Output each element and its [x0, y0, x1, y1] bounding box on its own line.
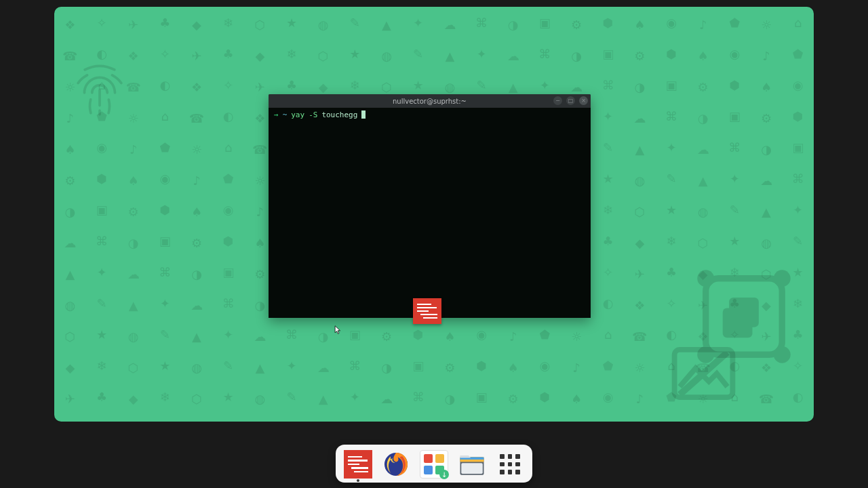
- software-store-icon: ↓: [420, 450, 448, 479]
- terminal-cursor: [361, 110, 366, 119]
- mouse-cursor-icon: [334, 325, 341, 335]
- no-image-accent-icon: [671, 347, 736, 400]
- terminal-titlebar[interactable]: nullvector@suprhst:~ − □ ×: [269, 94, 591, 108]
- window-minimize-button[interactable]: −: [553, 96, 562, 105]
- dock-item-files[interactable]: [458, 450, 486, 479]
- prompt-command: yay: [291, 110, 304, 315]
- svg-rect-7: [729, 298, 759, 327]
- prompt-arg: touchegg: [321, 110, 357, 315]
- dock-item-news-reader[interactable]: [344, 450, 372, 479]
- prompt-path: ~: [283, 110, 288, 315]
- svg-line-1: [679, 352, 727, 394]
- svg-point-3: [697, 270, 714, 287]
- dock-item-software[interactable]: ↓: [420, 450, 448, 479]
- svg-rect-13: [461, 463, 483, 474]
- dock: ↓: [336, 445, 532, 483]
- window-app-badge-icon: [413, 298, 441, 324]
- prompt-arrow: →: [274, 110, 279, 315]
- svg-point-6: [774, 346, 791, 363]
- svg-point-4: [774, 270, 791, 287]
- terminal-title: nullvector@suprhst:~: [393, 98, 467, 105]
- window-maximize-button[interactable]: □: [566, 96, 575, 105]
- workspace-overview[interactable]: ❖✧✈♣◆❄⬡★◍✎▲✦☁⌘◑▣⚙⬢♠◉♪⬟☼⌂☎◐❖✧✈♣◆❄⬡★◍✎▲✦☁⌘…: [54, 7, 814, 422]
- terminal-body[interactable]: → ~ yay -S touchegg: [269, 108, 591, 318]
- app-grid-icon: [496, 451, 524, 478]
- firefox-icon: [382, 450, 410, 479]
- prompt-flag: -S: [309, 110, 317, 315]
- svg-rect-2: [706, 279, 783, 355]
- fingerprint-accent-icon: [69, 60, 130, 121]
- terminal-window[interactable]: nullvector@suprhst:~ − □ × → ~ yay -S to…: [269, 94, 591, 318]
- object-select-accent-icon: [693, 266, 795, 367]
- news-reader-icon: [344, 450, 372, 479]
- dock-item-app-grid[interactable]: [496, 450, 524, 479]
- dock-item-firefox[interactable]: [382, 450, 410, 479]
- window-close-button[interactable]: ×: [579, 96, 588, 105]
- svg-rect-0: [675, 350, 733, 397]
- svg-rect-8: [723, 308, 753, 338]
- files-icon: [458, 450, 486, 479]
- svg-point-5: [697, 346, 714, 363]
